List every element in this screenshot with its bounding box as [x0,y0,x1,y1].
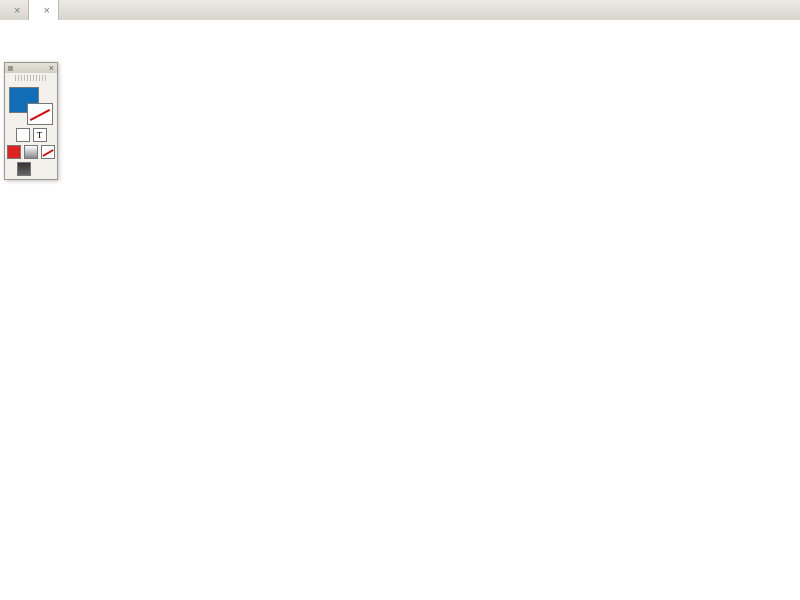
formatting-text-icon[interactable]: T [33,128,47,142]
apply-color-icon[interactable] [7,145,21,159]
apply-gradient-icon[interactable] [24,145,38,159]
stroke-color-swatch[interactable] [27,103,53,125]
panel-grip[interactable] [15,75,47,81]
view-mode-row [5,162,57,176]
horizontal-ruler[interactable] [0,20,800,39]
close-icon[interactable]: × [49,64,54,73]
apply-none-icon[interactable] [41,145,55,159]
close-icon[interactable]: × [14,4,20,16]
formatting-container-icon[interactable] [16,128,30,142]
document-tab-bar: × × [0,0,800,21]
apply-mode-row: T [5,128,57,142]
collapse-icon[interactable] [8,66,13,71]
canvas-area[interactable] [0,38,800,600]
document-tab-2[interactable]: × [29,0,58,20]
color-mode-row [5,145,57,159]
view-mode-normal-icon[interactable] [17,162,31,176]
document-tab-1[interactable]: × [0,0,29,20]
tools-panel[interactable]: × T [4,62,58,180]
fill-stroke-swatch[interactable] [9,87,53,125]
close-icon[interactable]: × [43,4,49,16]
panel-header[interactable]: × [5,63,57,73]
